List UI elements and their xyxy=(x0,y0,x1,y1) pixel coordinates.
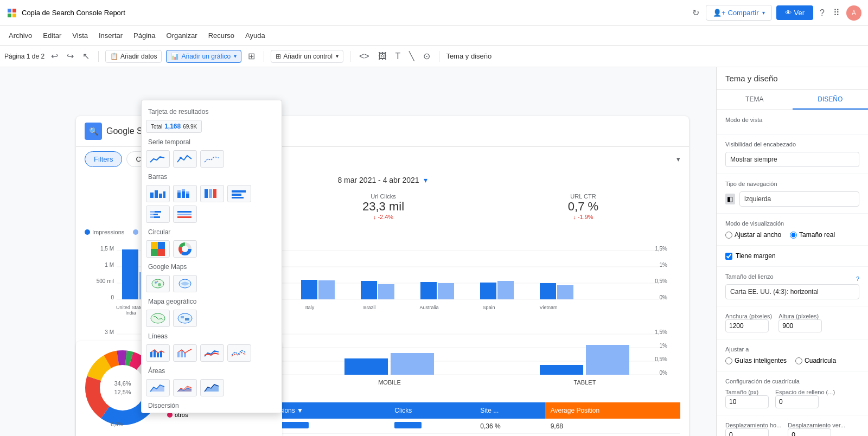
checkbox-margen[interactable]: Tiene margen xyxy=(725,252,859,260)
lienzo-select[interactable]: Carta EE. UU. (4:3): horizontal xyxy=(725,284,859,299)
gmaps-icon-1[interactable] xyxy=(146,275,170,292)
nav-type-icon: ◧ xyxy=(725,194,735,204)
visibilidad-select[interactable]: Mostrar siempre xyxy=(725,152,859,167)
lineas-icon-1[interactable] xyxy=(146,344,170,362)
text-button[interactable]: T xyxy=(393,49,403,63)
lineas-icon-2[interactable] xyxy=(173,344,197,362)
serie-icon-1[interactable] xyxy=(146,150,170,168)
help-button[interactable]: ? xyxy=(818,6,827,20)
lasso-button[interactable]: ⊙ xyxy=(421,49,432,63)
image-button[interactable]: 🖼 xyxy=(376,49,389,63)
date-dropdown-icon[interactable]: ▾ xyxy=(424,176,427,184)
menu-ayuda[interactable]: Ayuda xyxy=(241,29,270,42)
barras-icon-5[interactable] xyxy=(146,206,170,223)
select-tool-button[interactable]: ↖ xyxy=(80,49,92,63)
svg-rect-46 xyxy=(157,353,159,357)
separator-3 xyxy=(350,51,350,62)
top-bar: Copia de Search Console Report ↻ 👤+ Comp… xyxy=(0,0,868,26)
ver-button[interactable]: 👁 Ver xyxy=(776,5,814,20)
avatar[interactable]: A xyxy=(846,5,861,21)
add-data-button[interactable]: 📋 Añadir datos xyxy=(105,50,162,63)
serie-icons-row xyxy=(146,148,277,170)
barras-icon-6[interactable] xyxy=(173,206,197,223)
right-panel-title: Tema y diseño xyxy=(717,67,868,90)
menu-organizar[interactable]: Organizar xyxy=(162,29,202,42)
donut-pct-3: 6,9% xyxy=(111,421,123,427)
refresh-button[interactable]: ↻ xyxy=(690,5,701,20)
svg-rect-2 xyxy=(8,14,11,17)
svg-rect-8 xyxy=(163,191,165,198)
radio-ajustar[interactable]: Ajustar al ancho xyxy=(725,231,781,239)
redo-button[interactable]: ↪ xyxy=(65,49,76,63)
lienzo-help[interactable]: ? xyxy=(856,275,859,282)
lineas-icon-3[interactable] xyxy=(200,344,224,362)
areas-icon-2[interactable] xyxy=(173,379,197,396)
chart-options-button[interactable]: ⊞ xyxy=(246,49,257,63)
circular-icon-1[interactable] xyxy=(146,240,170,258)
svg-rect-42 xyxy=(181,316,184,318)
svg-text:1%: 1% xyxy=(660,262,668,268)
barras-icon-2[interactable] xyxy=(173,185,197,202)
svg-rect-19 xyxy=(232,194,241,196)
width-input[interactable] xyxy=(725,319,769,332)
scroll-h-input[interactable] xyxy=(725,428,769,436)
menu-pagina[interactable]: Página xyxy=(129,29,159,42)
grid-size-input[interactable] xyxy=(725,395,769,408)
svg-text:34,6%: 34,6% xyxy=(114,380,131,387)
svg-rect-29 xyxy=(177,216,192,218)
filter-tab-filters[interactable]: Filters xyxy=(85,151,122,167)
filter-more-icon[interactable]: ▾ xyxy=(676,155,680,163)
menu-recurso[interactable]: Recurso xyxy=(204,29,239,42)
undo-button[interactable]: ↩ xyxy=(49,49,60,63)
section-areas: Áreas xyxy=(146,364,277,377)
menu-vista[interactable]: Vista xyxy=(68,29,92,42)
barras-icon-1[interactable] xyxy=(146,185,170,202)
circular-icon-2[interactable] xyxy=(173,240,197,258)
gsc-logo-icon: 🔍 xyxy=(85,123,102,140)
svg-rect-3 xyxy=(12,14,16,17)
svg-text:1%: 1% xyxy=(660,343,668,349)
svg-rect-10 xyxy=(177,190,181,193)
barras-icon-4[interactable] xyxy=(227,185,251,202)
radio-cuadricula[interactable]: Cuadrícula xyxy=(795,357,836,364)
share-button[interactable]: 👤+ Compartir ▾ xyxy=(706,5,772,21)
areas-icon-3[interactable] xyxy=(200,379,224,396)
radio-guias[interactable]: Guías inteligentes xyxy=(725,357,787,364)
svg-rect-20 xyxy=(232,197,244,198)
svg-rect-142 xyxy=(391,353,434,375)
gmaps-icon-2[interactable] xyxy=(173,275,197,292)
right-tabs: TEMA DISEÑO xyxy=(717,90,868,110)
lineas-icon-4[interactable] xyxy=(227,344,251,362)
tab-tema[interactable]: TEMA xyxy=(717,90,793,110)
mapa-icon-2[interactable] xyxy=(173,310,197,327)
scroll-v-input[interactable] xyxy=(788,428,831,436)
svg-rect-15 xyxy=(205,189,208,198)
areas-icons-row xyxy=(146,377,277,399)
menu-archivo[interactable]: Archivo xyxy=(4,29,36,42)
section-margen: Tiene margen xyxy=(717,246,868,267)
mapa-icon-1[interactable] xyxy=(146,310,170,327)
radio-tamano[interactable]: Tamaño real xyxy=(790,231,835,239)
svg-rect-114 xyxy=(540,283,556,299)
svg-point-155 xyxy=(100,365,145,411)
svg-point-4 xyxy=(180,157,182,159)
svg-point-35 xyxy=(152,279,164,288)
barras-icon-3[interactable] xyxy=(200,185,224,202)
ajustar-radio-group: Guías inteligentes Cuadrícula xyxy=(725,357,859,364)
areas-icon-1[interactable] xyxy=(146,379,170,396)
grid-fill-input[interactable] xyxy=(775,395,819,408)
shape-button[interactable]: ╲ xyxy=(407,49,417,63)
code-button[interactable]: <> xyxy=(357,49,372,63)
height-input[interactable] xyxy=(778,319,822,332)
serie-icon-3[interactable] xyxy=(200,150,224,168)
add-control-button[interactable]: ⊞ Añadir un control ▾ xyxy=(271,50,343,63)
add-chart-button[interactable]: 📊 Añadir un gráfico ▾ xyxy=(166,50,241,63)
menu-insertar[interactable]: Insertar xyxy=(94,29,127,42)
mapa-icons-row xyxy=(146,307,277,329)
navegacion-select[interactable]: Izquierda xyxy=(739,191,859,207)
apps-button[interactable]: ⠿ xyxy=(831,5,842,20)
menu-editar[interactable]: Editar xyxy=(39,29,66,42)
tab-diseno[interactable]: DISEÑO xyxy=(793,90,869,110)
serie-icon-2[interactable] xyxy=(173,150,197,168)
app-title: Copia de Search Console Report xyxy=(22,9,125,17)
